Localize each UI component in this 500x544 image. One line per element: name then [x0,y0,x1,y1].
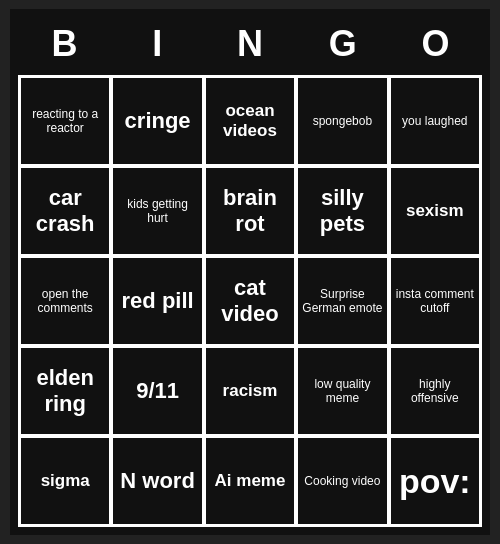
bingo-title: BINGO [18,17,482,75]
bingo-cell: brain rot [205,167,295,255]
title-letter: I [113,23,201,65]
cell-text: cat video [210,275,290,328]
cell-text: low quality meme [302,377,382,406]
cell-text: you laughed [402,114,467,128]
bingo-cell: 9/11 [112,347,202,435]
bingo-cell: ocean videos [205,77,295,165]
bingo-cell: insta comment cutoff [390,257,480,345]
cell-text: pov: [399,461,471,502]
bingo-cell: spongebob [297,77,387,165]
cell-text: sexism [406,201,464,221]
title-letter: G [299,23,387,65]
cell-text: Surprise German emote [302,287,382,316]
cell-text: spongebob [313,114,372,128]
cell-text: sigma [41,471,90,491]
bingo-cell: reacting to a reactor [20,77,110,165]
bingo-cell: racism [205,347,295,435]
title-letter: B [20,23,108,65]
bingo-cell: red pill [112,257,202,345]
cell-text: reacting to a reactor [25,107,105,136]
cell-text: Cooking video [304,474,380,488]
bingo-cell: pov: [390,437,480,525]
cell-text: kids getting hurt [117,197,197,226]
bingo-cell: open the comments [20,257,110,345]
bingo-cell: highly offensive [390,347,480,435]
cell-text: red pill [122,288,194,314]
cell-text: elden ring [25,365,105,418]
cell-text: cringe [125,108,191,134]
bingo-cell: sexism [390,167,480,255]
title-letter: O [392,23,480,65]
bingo-grid: reacting to a reactorcringeocean videoss… [18,75,482,527]
bingo-cell: Ai meme [205,437,295,525]
bingo-cell: low quality meme [297,347,387,435]
bingo-cell: kids getting hurt [112,167,202,255]
bingo-cell: cringe [112,77,202,165]
bingo-cell: car crash [20,167,110,255]
cell-text: brain rot [210,185,290,238]
cell-text: car crash [25,185,105,238]
bingo-cell: cat video [205,257,295,345]
bingo-cell: silly pets [297,167,387,255]
bingo-cell: sigma [20,437,110,525]
bingo-cell: you laughed [390,77,480,165]
title-letter: N [206,23,294,65]
cell-text: ocean videos [210,101,290,142]
cell-text: 9/11 [136,378,179,404]
cell-text: highly offensive [395,377,475,406]
cell-text: Ai meme [215,471,286,491]
bingo-card: BINGO reacting to a reactorcringeocean v… [10,9,490,535]
cell-text: N word [120,468,195,494]
bingo-cell: Surprise German emote [297,257,387,345]
bingo-cell: N word [112,437,202,525]
cell-text: insta comment cutoff [395,287,475,316]
cell-text: silly pets [302,185,382,238]
bingo-cell: Cooking video [297,437,387,525]
bingo-cell: elden ring [20,347,110,435]
cell-text: open the comments [25,287,105,316]
cell-text: racism [223,381,278,401]
